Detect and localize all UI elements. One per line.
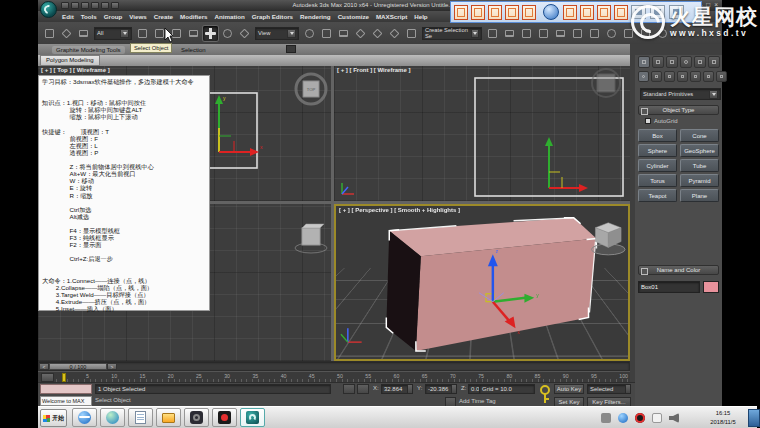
helpers-category-icon[interactable] <box>690 71 701 82</box>
graphite-ribbon-toggle-icon[interactable] <box>553 26 568 41</box>
menu-item-3[interactable]: Views <box>129 13 146 20</box>
menu-item-6[interactable]: Animation <box>215 13 245 20</box>
previous-frame-button[interactable]: < <box>39 363 49 370</box>
tray-icon-2[interactable] <box>618 413 628 423</box>
ribbon-minimize-icon[interactable] <box>286 45 296 53</box>
reference-coordinate-dropdown[interactable]: View <box>255 27 299 40</box>
taskbar-player-button[interactable] <box>184 408 209 427</box>
ribbon-tab-0[interactable]: Graphite Modeling Tools <box>52 46 125 54</box>
primitive-button-7[interactable]: Pyramid <box>680 174 719 187</box>
edit-named-sets-icon[interactable] <box>485 26 500 41</box>
redo-icon[interactable] <box>101 2 109 9</box>
polygon-modeling-tab[interactable]: Polygon Modeling <box>40 55 100 66</box>
quickbar-dropdown-icon[interactable] <box>111 2 119 9</box>
schematic-view-icon[interactable] <box>587 26 602 41</box>
mini-curve-editor-icon[interactable] <box>41 373 54 382</box>
tray-icon-4[interactable] <box>652 413 662 423</box>
select-and-link-icon[interactable] <box>42 26 57 41</box>
open-file-icon[interactable] <box>71 2 79 9</box>
modify-tab-icon[interactable] <box>652 56 664 68</box>
menu-item-8[interactable]: Rendering <box>300 13 331 20</box>
select-and-move-icon[interactable] <box>203 26 218 41</box>
menu-item-0[interactable]: Edit <box>62 13 74 20</box>
tray-record-icon[interactable] <box>635 413 645 423</box>
cameras-category-icon[interactable] <box>677 71 688 82</box>
recorder-region-icon[interactable] <box>471 5 485 20</box>
spacewarps-category-icon[interactable] <box>703 71 714 82</box>
set-key-icon[interactable] <box>538 384 552 406</box>
absolute-mode-icon[interactable] <box>357 384 369 394</box>
layer-manager-icon[interactable] <box>536 26 551 41</box>
menu-item-4[interactable]: Create <box>154 13 173 20</box>
time-slider-thumb[interactable]: 0 / 100 <box>49 363 107 370</box>
mirror-icon[interactable] <box>502 26 517 41</box>
primitive-button-2[interactable]: Sphere <box>638 144 677 157</box>
recorder-capture-icon[interactable] <box>522 5 536 20</box>
hierarchy-tab-icon[interactable] <box>666 56 678 68</box>
recorder-fullscreen-icon[interactable] <box>454 5 468 20</box>
snap-toggle-3d-icon[interactable] <box>353 26 368 41</box>
menu-item-10[interactable]: MAXScript <box>376 13 407 20</box>
viewport-top-label[interactable]: [ + ] [ Top ] [ Wireframe ] <box>41 67 110 73</box>
current-frame-marker[interactable] <box>62 373 66 382</box>
menu-item-7[interactable]: Graph Editors <box>252 13 293 20</box>
tray-volume-icon[interactable] <box>669 413 679 423</box>
taskbar-3dsmax-button[interactable] <box>240 408 265 427</box>
save-file-icon[interactable] <box>81 2 89 9</box>
viewport-perspective[interactable]: [ + ] [ Perspective ] [ Smooth + Highlig… <box>334 204 630 361</box>
primitive-button-1[interactable]: Cone <box>680 129 719 142</box>
utilities-tab-icon[interactable] <box>708 56 720 68</box>
viewport-front[interactable]: [ + ] [ Front ] [ Wireframe ] <box>334 66 630 201</box>
x-coordinate-field[interactable]: 32.864 <box>381 384 413 394</box>
menu-item-5[interactable]: Modifiers <box>180 13 208 20</box>
time-slider[interactable]: < 0 / 100 > <box>38 361 630 371</box>
window-crossing-icon[interactable] <box>186 26 201 41</box>
angle-snap-icon[interactable] <box>370 26 385 41</box>
autogrid-checkbox[interactable] <box>645 118 651 124</box>
primitive-button-9[interactable]: Plane <box>680 189 719 202</box>
menu-item-2[interactable]: Group <box>104 13 123 20</box>
primitive-button-8[interactable]: Teapot <box>638 189 677 202</box>
viewport-front-label[interactable]: [ + ] [ Front ] [ Wireframe ] <box>337 67 410 73</box>
unlink-selection-icon[interactable] <box>59 26 74 41</box>
recorder-quick-icon[interactable] <box>505 5 519 20</box>
recorder-play-icon[interactable] <box>543 4 559 20</box>
object-type-rollout[interactable]: Object Type <box>638 105 719 115</box>
dropdown-arrow-icon[interactable] <box>471 29 479 38</box>
new-file-icon[interactable] <box>61 2 69 9</box>
primitive-button-3[interactable]: GeoSphere <box>680 144 719 157</box>
recorder-mode2-icon[interactable] <box>580 5 594 20</box>
spinner-snap-icon[interactable] <box>404 26 419 41</box>
viewcube-top-face[interactable]: TOP <box>307 87 316 92</box>
taskbar-notepad-button[interactable] <box>128 408 153 427</box>
menu-item-11[interactable]: Help <box>414 13 427 20</box>
select-object-icon[interactable] <box>135 26 150 41</box>
y-coordinate-field[interactable]: -20.386 <box>425 384 457 394</box>
curve-editor-icon[interactable] <box>570 26 585 41</box>
name-and-color-rollout[interactable]: Name and Color <box>638 265 719 275</box>
dropdown-arrow-icon[interactable] <box>709 90 718 99</box>
add-time-tag[interactable]: Add Time Tag <box>459 398 496 404</box>
use-pivot-center-icon[interactable] <box>302 26 317 41</box>
viewport-perspective-label[interactable]: [ + ] [ Perspective ] [ Smooth + Highlig… <box>339 207 460 213</box>
selection-lock-icon[interactable] <box>343 384 355 394</box>
object-name-field[interactable]: Box01 <box>638 281 700 293</box>
primitive-button-4[interactable]: Cylinder <box>638 159 677 172</box>
maxscript-mini-listener[interactable]: Welcome to MAX <box>40 396 92 406</box>
primitive-category-dropdown[interactable]: Standard Primitives <box>640 88 721 100</box>
recorder-mode3-icon[interactable] <box>597 5 611 20</box>
track-bar[interactable]: 5101520253035404550556065707580859095100 <box>38 371 630 382</box>
undo-icon[interactable] <box>91 2 99 9</box>
lights-category-icon[interactable] <box>664 71 675 82</box>
taskbar-ie-button[interactable] <box>72 408 97 427</box>
select-and-scale-icon[interactable] <box>237 26 252 41</box>
menu-item-1[interactable]: Tools <box>81 13 97 20</box>
select-and-manipulate-icon[interactable] <box>319 26 334 41</box>
primitive-button-6[interactable]: Torus <box>638 174 677 187</box>
start-button[interactable]: 开始 <box>40 409 67 427</box>
taskbar-globe-button[interactable] <box>100 408 125 427</box>
taskbar-clock[interactable]: 16:15 2018/11/5 <box>700 409 746 427</box>
selection-filter-dropdown[interactable]: All <box>94 27 132 40</box>
percent-snap-icon[interactable] <box>387 26 402 41</box>
primitive-button-0[interactable]: Box <box>638 129 677 142</box>
